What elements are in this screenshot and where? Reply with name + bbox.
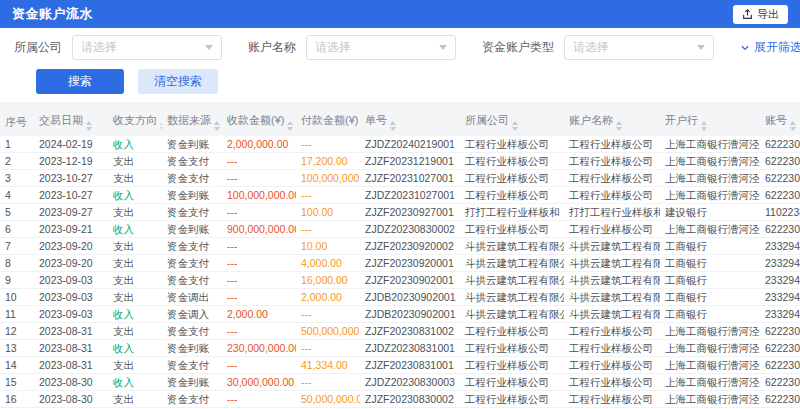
filter-select-company[interactable]: 请选择 xyxy=(72,35,222,60)
cell-order-no: ZJDZ20240219001 xyxy=(360,136,460,153)
cell-bank: 上海工商银行漕河泾支行 xyxy=(660,391,760,408)
column-account-name[interactable]: 账户名称 xyxy=(564,108,660,136)
sort-icon[interactable] xyxy=(86,121,92,131)
column-bank[interactable]: 开户行 xyxy=(660,108,760,136)
cell-date: 2023-09-03 xyxy=(34,272,108,289)
cell-direction: 收入 xyxy=(108,187,162,204)
filter-select-account-name[interactable]: 请选择 xyxy=(306,35,456,60)
cell-company: 斗拱云建筑工程有限公司 xyxy=(460,289,564,306)
column-order-no[interactable]: 单号 xyxy=(360,108,460,136)
table-row[interactable]: 12024-02-19收入资金到账2,000,000.00---ZJDZ2024… xyxy=(0,136,800,153)
cell-account-name: 工程行业样板公司 xyxy=(564,374,660,391)
cell-direction: 支出 xyxy=(108,238,162,255)
cell-paid-amount: --- xyxy=(296,340,360,357)
sort-icon[interactable] xyxy=(701,121,707,131)
export-icon xyxy=(742,9,753,20)
cell-account-no: 62223011 xyxy=(760,170,800,187)
table-row[interactable]: 72023-09-20支出资金支付---10.00ZJZF20230920002… xyxy=(0,238,800,255)
table-row[interactable]: 82023-09-20支出资金支付---4,000.00ZJZF20230920… xyxy=(0,255,800,272)
table-row[interactable]: 162023-08-30支出资金支付---50,000,000.00ZJZF20… xyxy=(0,391,800,408)
cell-company: 斗拱云建筑工程有限公司 xyxy=(460,306,564,323)
cell-received-amount: --- xyxy=(222,255,296,272)
cell-source: 资金支付 xyxy=(162,170,222,187)
cell-account-no: 62223011 xyxy=(760,153,800,170)
table-row[interactable]: 22023-12-19支出资金支付---17,200.00ZJZF2023121… xyxy=(0,153,800,170)
cell-source: 资金到账 xyxy=(162,340,222,357)
cell-account-name: 斗拱云建筑工程有限公司 xyxy=(564,255,660,272)
column-account-no[interactable]: 账号 xyxy=(760,108,800,136)
table-row[interactable]: 142023-08-31支出资金支付---41,334.00ZJZF202308… xyxy=(0,357,800,374)
filter-panel: 所属公司请选择账户名称请选择资金账户类型请选择 展开筛选 搜索 清空搜索 xyxy=(0,28,800,102)
cell-account-no: 62223011 xyxy=(760,374,800,391)
table-row[interactable]: 102023-09-03支出资金调出---2,000.00ZJDB2023090… xyxy=(0,289,800,306)
column-company[interactable]: 所属公司 xyxy=(460,108,564,136)
cell-account-no: 23329499 xyxy=(760,238,800,255)
table-row[interactable]: 32023-10-27支出资金支付---100,000,000.00ZJZF20… xyxy=(0,170,800,187)
table-row[interactable]: 152023-08-30收入资金到账30,000,000.00---ZJDZ20… xyxy=(0,374,800,391)
column-source[interactable]: 数据来源 xyxy=(162,108,222,136)
cell-received-amount: --- xyxy=(222,289,296,306)
cell-received-amount: --- xyxy=(222,323,296,340)
table-row[interactable]: 52023-09-27支出资金支付---100.00ZJZF2023092700… xyxy=(0,204,800,221)
cell-received-amount: --- xyxy=(222,204,296,221)
cell-company: 工程行业样板公司 xyxy=(460,357,564,374)
table-row[interactable]: 122023-08-31支出资金支付---500,000,000.00ZJZF2… xyxy=(0,323,800,340)
cell-bank: 工商银行 xyxy=(660,289,760,306)
column-received[interactable]: 收款金额(¥) xyxy=(222,108,296,136)
cell-index: 4 xyxy=(0,187,34,204)
sort-icon[interactable] xyxy=(287,121,293,131)
sort-icon[interactable] xyxy=(214,121,220,131)
export-button-label: 导出 xyxy=(757,7,779,22)
table-row[interactable]: 92023-09-03支出资金支付---16,000.00ZJZF2023090… xyxy=(0,272,800,289)
cell-order-no: ZJDB20230902001 xyxy=(360,306,460,323)
cell-direction: 支出 xyxy=(108,289,162,306)
column-paid[interactable]: 付款金额(¥) xyxy=(296,108,360,136)
export-button[interactable]: 导出 xyxy=(733,5,788,24)
cell-company: 斗拱云建筑工程有限公司 xyxy=(460,238,564,255)
cell-direction: 收入 xyxy=(108,340,162,357)
table-row[interactable]: 112023-09-03收入资金调入2,000.00---ZJDB2023090… xyxy=(0,306,800,323)
cell-account-name: 工程行业样板公司 xyxy=(564,357,660,374)
filter-actions: 搜索 清空搜索 xyxy=(36,69,786,94)
sort-icon[interactable] xyxy=(790,121,796,131)
table-row[interactable]: 42023-10-27收入资金到账100,000,000.00---ZJDZ20… xyxy=(0,187,800,204)
cell-index: 9 xyxy=(0,272,34,289)
sort-icon[interactable] xyxy=(390,121,396,131)
cell-direction: 支出 xyxy=(108,323,162,340)
column-label: 单号 xyxy=(365,114,387,126)
cell-company: 工程行业样板公司 xyxy=(460,340,564,357)
cell-account-name: 工程行业样板公司 xyxy=(564,221,660,238)
cell-company: 工程行业样板公司 xyxy=(460,136,564,153)
clear-search-button[interactable]: 清空搜索 xyxy=(138,69,218,94)
column-label: 账号 xyxy=(765,114,787,126)
cell-account-name: 斗拱云建筑工程有限公司 xyxy=(564,289,660,306)
expand-filter-link[interactable]: 展开筛选 xyxy=(740,39,800,56)
table-row[interactable]: 62023-09-21收入资金到账900,000,000.00---ZJDZ20… xyxy=(0,221,800,238)
cell-paid-amount: --- xyxy=(296,187,360,204)
transactions-table: 序号交易日期收支方向数据来源收款金额(¥)付款金额(¥)单号所属公司账户名称开户… xyxy=(0,108,800,409)
cell-index: 12 xyxy=(0,323,34,340)
filter-group-company: 所属公司请选择 xyxy=(14,35,222,60)
cell-account-no: 23329499 xyxy=(760,306,800,323)
table-row[interactable]: 132023-08-31收入资金到账230,000,000.00---ZJDZ2… xyxy=(0,340,800,357)
column-date[interactable]: 交易日期 xyxy=(34,108,108,136)
search-button[interactable]: 搜索 xyxy=(36,69,124,94)
filter-select-account-type[interactable]: 请选择 xyxy=(564,35,714,60)
table-body: 12024-02-19收入资金到账2,000,000.00---ZJDZ2024… xyxy=(0,136,800,409)
cell-date: 2023-09-03 xyxy=(34,289,108,306)
cell-paid-amount: --- xyxy=(296,374,360,391)
cell-source: 资金到账 xyxy=(162,374,222,391)
cell-paid-amount: 10.00 xyxy=(296,238,360,255)
select-placeholder: 请选择 xyxy=(315,39,351,56)
cell-direction: 支出 xyxy=(108,170,162,187)
sort-icon[interactable] xyxy=(616,121,622,131)
cell-bank: 上海工商银行漕河泾支行 xyxy=(660,340,760,357)
sort-icon[interactable] xyxy=(512,121,518,131)
cell-direction: 支出 xyxy=(108,272,162,289)
cell-paid-amount: 17,200.00 xyxy=(296,153,360,170)
cell-index: 11 xyxy=(0,306,34,323)
sort-icon[interactable] xyxy=(160,121,162,131)
column-direction[interactable]: 收支方向 xyxy=(108,108,162,136)
cell-received-amount: --- xyxy=(222,238,296,255)
cell-order-no: ZJZF20230927001 xyxy=(360,204,460,221)
